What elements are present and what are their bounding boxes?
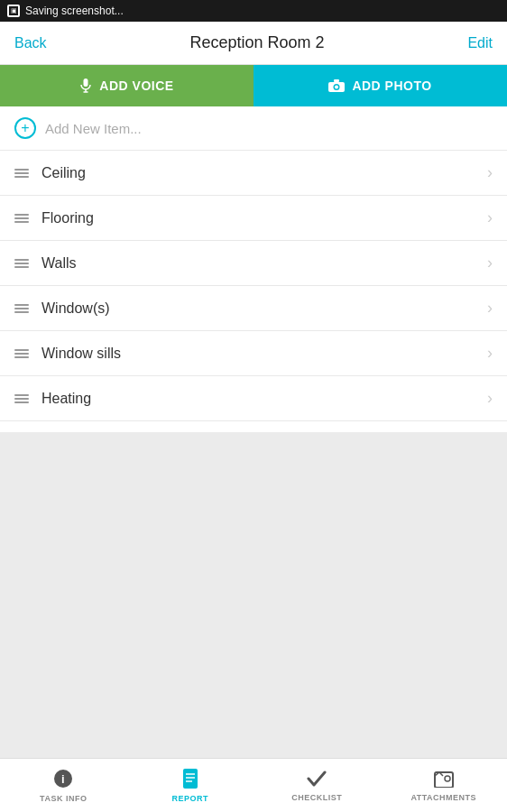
microphone-icon — [79, 78, 92, 93]
item-label: Walls — [41, 255, 487, 272]
report-icon — [181, 769, 199, 789]
chevron-right-icon: › — [487, 254, 493, 272]
item-label: Heating — [41, 391, 487, 407]
add-voice-button[interactable]: ADD VOICE — [0, 65, 254, 106]
attachments-icon — [434, 770, 454, 790]
list-item[interactable]: Window sills › — [0, 331, 507, 376]
add-item-label-top: Add New Item... — [45, 121, 142, 136]
report-icon — [181, 769, 199, 791]
svg-point-5 — [335, 86, 338, 89]
add-item-icon-top: + — [14, 117, 36, 139]
add-voice-label: ADD VOICE — [99, 78, 173, 93]
edit-button[interactable]: Edit — [467, 35, 493, 51]
nav-item-task-info[interactable]: i TASK INFO — [0, 759, 127, 812]
task-info-label: TASK INFO — [40, 794, 87, 803]
chevron-right-icon: › — [487, 389, 493, 408]
list-item[interactable]: Lighting › — [0, 421, 507, 432]
add-photo-label: ADD PHOTO — [352, 78, 431, 93]
nav-item-checklist[interactable]: CHECKLIST — [254, 759, 381, 812]
chevron-right-icon: › — [487, 208, 493, 227]
items-list: Ceiling › Flooring › Walls › Window(s) › — [0, 151, 507, 432]
drag-handle-icon — [14, 259, 29, 268]
drag-handle-icon — [14, 304, 29, 313]
info-icon: i — [53, 769, 73, 789]
item-label: Flooring — [41, 210, 487, 226]
checklist-icon — [307, 770, 327, 788]
nav-item-attachments[interactable]: ATTACHMENTS — [381, 759, 508, 812]
content-area: + Add New Item... Ceiling › Flooring › W… — [0, 106, 507, 432]
checklist-label: CHECKLIST — [291, 793, 342, 802]
list-item[interactable]: Heating › — [0, 376, 507, 421]
list-item[interactable]: Ceiling › — [0, 151, 507, 196]
drag-handle-icon — [14, 169, 29, 178]
task-info-icon: i — [53, 769, 73, 791]
item-label: Ceiling — [41, 165, 487, 181]
svg-rect-6 — [334, 79, 339, 82]
svg-text:i: i — [61, 772, 65, 786]
svg-rect-0 — [84, 78, 88, 87]
camera-icon — [328, 79, 345, 92]
page-title: Reception Room 2 — [189, 33, 324, 52]
drag-handle-icon — [14, 349, 29, 358]
status-text: Saving screenshot... — [25, 5, 124, 17]
add-photo-button[interactable]: ADD PHOTO — [254, 65, 507, 106]
chevron-right-icon: › — [487, 344, 493, 363]
list-item[interactable]: Walls › — [0, 241, 507, 286]
attachments-label: ATTACHMENTS — [410, 793, 476, 802]
item-label: Window(s) — [41, 300, 487, 317]
drag-handle-icon — [14, 214, 29, 223]
header: Back Reception Room 2 Edit — [0, 22, 507, 65]
action-buttons: ADD VOICE ADD PHOTO — [0, 65, 507, 106]
add-item-top[interactable]: + Add New Item... — [0, 106, 507, 151]
screenshot-icon: ▣ — [7, 5, 20, 17]
status-bar: ▣ Saving screenshot... — [0, 0, 507, 22]
svg-point-14 — [445, 776, 450, 781]
list-item[interactable]: Flooring › — [0, 196, 507, 241]
chevron-right-icon: › — [487, 299, 493, 318]
drag-handle-icon — [14, 394, 29, 403]
report-label: REPORT — [171, 794, 208, 803]
attachments-icon — [434, 770, 454, 788]
checklist-icon — [307, 770, 327, 790]
chevron-right-icon: › — [487, 163, 493, 182]
item-label: Window sills — [41, 346, 487, 362]
list-item[interactable]: Window(s) › — [0, 286, 507, 331]
nav-item-report[interactable]: REPORT — [127, 759, 254, 812]
gray-area — [0, 432, 507, 758]
bottom-nav: i TASK INFO REPORT CHECKLIST ATTACHMENTS — [0, 758, 507, 812]
svg-rect-9 — [183, 769, 198, 789]
back-button[interactable]: Back — [14, 35, 47, 51]
